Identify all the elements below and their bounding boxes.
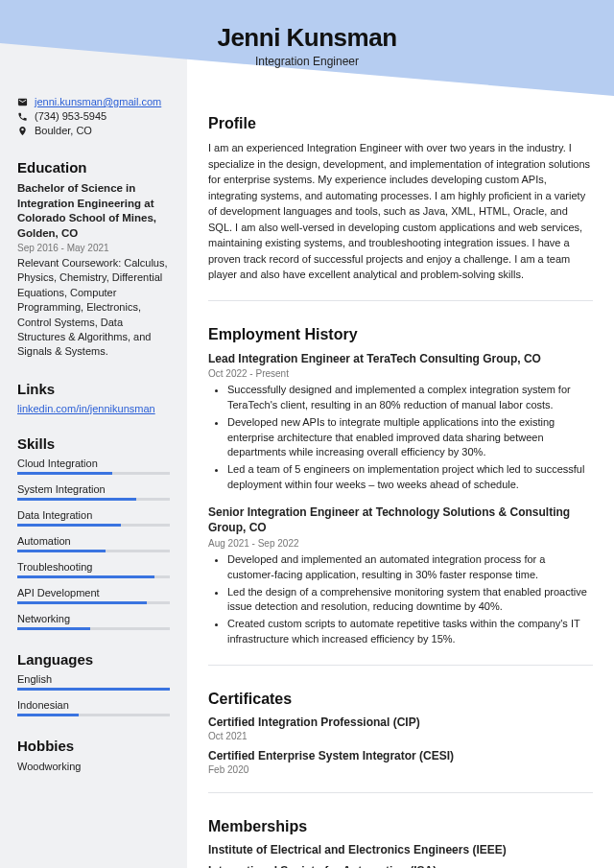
certificate-title: Certified Enterprise System Integrator (… (208, 749, 593, 762)
skill-item: System Integration (17, 483, 170, 501)
education-heading: Education (17, 159, 170, 176)
language-bar-fill (17, 688, 170, 691)
job-bullet: Created custom scripts to automate repet… (227, 617, 593, 647)
contact-location-row: Boulder, CO (17, 125, 170, 136)
certificate-item: Certified Enterprise System Integrator (… (208, 749, 593, 775)
contact-email-row: jenni.kunsman@gmail.com (17, 96, 170, 107)
skill-name: System Integration (17, 483, 170, 495)
divider (208, 792, 593, 793)
language-bar (17, 714, 170, 716)
certificate-title: Certified Integration Professional (CIP) (208, 716, 593, 729)
education-coursework: Relevant Coursework: Calculus, Physics, … (17, 256, 170, 360)
skill-bar (17, 627, 170, 630)
skill-name: Troubleshooting (17, 561, 170, 573)
education-dates: Sep 2016 - May 2021 (17, 243, 170, 253)
language-item: English (17, 673, 170, 691)
contact-email[interactable]: jenni.kunsman@gmail.com (35, 96, 161, 107)
skill-name: Networking (17, 613, 170, 624)
languages-heading: Languages (17, 651, 170, 668)
skill-item: Automation (17, 535, 170, 552)
job-bullet: Developed new APIs to integrate multiple… (227, 415, 593, 461)
skill-item: Cloud Integration (17, 457, 170, 475)
job-bullet: Led a team of 5 engineers on implementat… (227, 462, 593, 493)
skill-bar-fill (17, 498, 136, 501)
skill-bar-fill (17, 627, 90, 630)
certificate-date: Oct 2021 (208, 731, 593, 741)
certificate-date: Feb 2020 (208, 764, 593, 775)
language-item: Indonesian (17, 699, 170, 716)
skill-name: Cloud Integration (17, 457, 170, 469)
skill-bar (17, 575, 170, 578)
skill-item: Troubleshooting (17, 561, 170, 578)
skill-bar (17, 550, 170, 552)
skill-bar-fill (17, 575, 154, 578)
location-icon (17, 126, 28, 136)
contact-phone: (734) 953-5945 (35, 110, 106, 122)
skill-item: Networking (17, 613, 170, 630)
email-icon (17, 97, 28, 107)
skill-bar-fill (17, 524, 121, 527)
links-heading: Links (17, 381, 170, 397)
main-content: Profile I am an experienced Integration … (187, 0, 614, 868)
skill-name: Data Integration (17, 509, 170, 521)
job-item: Lead Integration Engineer at TeraTech Co… (208, 351, 593, 494)
divider (208, 665, 593, 666)
skill-bar (17, 498, 170, 501)
job-bullet: Successfully designed and implemented a … (227, 383, 593, 413)
contact-location: Boulder, CO (35, 125, 92, 136)
skill-name: Automation (17, 535, 170, 547)
skill-bar (17, 472, 170, 475)
profile-heading: Profile (208, 115, 593, 132)
skill-item: API Development (17, 587, 170, 604)
job-bullet: Led the design of a comprehensive monito… (227, 585, 593, 616)
hobbies-heading: Hobbies (17, 738, 170, 754)
contact-phone-row: (734) 953-5945 (17, 110, 170, 122)
skill-name: API Development (17, 587, 170, 598)
skills-heading: Skills (17, 435, 170, 452)
sidebar: jenni.kunsman@gmail.com (734) 953-5945 B… (0, 0, 187, 868)
certificates-heading: Certificates (208, 691, 593, 708)
job-dates: Aug 2021 - Sep 2022 (208, 538, 593, 549)
job-title: Lead Integration Engineer at TeraTech Co… (208, 351, 593, 366)
skill-bar-fill (17, 550, 106, 552)
job-title: Senior Integration Engineer at Technolog… (208, 504, 593, 535)
skill-bar-fill (17, 472, 112, 475)
memberships-heading: Memberships (208, 818, 593, 835)
person-name: Jenni Kunsman (0, 23, 614, 53)
job-bullets: Developed and implemented an automated i… (208, 552, 593, 648)
skill-bar-fill (17, 601, 147, 604)
resume-page: Jenni Kunsman Integration Engineer jenni… (0, 0, 614, 868)
education-degree: Bachelor of Science in Integration Engin… (17, 181, 170, 241)
job-item: Senior Integration Engineer at Technolog… (208, 504, 593, 647)
link-item[interactable]: linkedin.com/in/jennikunsman (17, 403, 170, 414)
skill-bar (17, 524, 170, 527)
job-dates: Oct 2022 - Present (208, 368, 593, 379)
language-bar (17, 688, 170, 691)
certificate-item: Certified Integration Professional (CIP)… (208, 716, 593, 741)
phone-icon (17, 111, 28, 122)
header: Jenni Kunsman Integration Engineer (0, 23, 614, 68)
person-title: Integration Engineer (0, 55, 614, 68)
language-name: Indonesian (17, 699, 170, 711)
job-bullet: Developed and implemented an automated i… (227, 552, 593, 583)
job-bullets: Successfully designed and implemented a … (208, 383, 593, 494)
profile-text: I am an experienced Integration Engineer… (208, 140, 593, 283)
employment-heading: Employment History (208, 326, 593, 343)
language-bar-fill (17, 714, 79, 716)
skill-item: Data Integration (17, 509, 170, 527)
membership-item: Institute of Electrical and Electronics … (208, 843, 593, 856)
membership-item: International Society for Automation (IS… (208, 864, 593, 868)
hobby-item: Woodworking (17, 760, 170, 774)
language-name: English (17, 673, 170, 685)
divider (208, 300, 593, 301)
skill-bar (17, 601, 170, 604)
